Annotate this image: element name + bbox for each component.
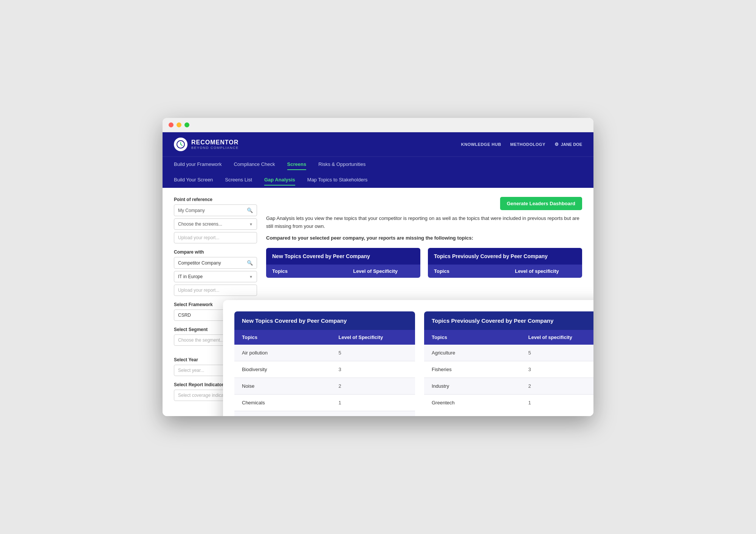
- overlay-table-2-body: Agriculture5Fisheries3Industry2Greentech…: [424, 345, 593, 411]
- overlay-t2-row: Fisheries3: [424, 361, 593, 378]
- overlay-t1-specificity: 3: [339, 367, 408, 372]
- overlay-table-2: Topics Previously Covered by Peer Compan…: [424, 311, 593, 416]
- nav-risks-opportunities[interactable]: Risks & Opportunities: [318, 159, 366, 170]
- overlay-t2-topic: Industry: [432, 383, 528, 389]
- competitor-company-value: Competitor Company: [178, 260, 221, 266]
- upload-report-wrap[interactable]: Upload your report...: [174, 232, 257, 243]
- logo-sub: BEYOND COMPLIANCE: [191, 146, 239, 150]
- bg-table-1-col-headers: Topics Level of Specificity: [266, 265, 420, 278]
- logo-text: RECOMENTOR: [191, 139, 239, 145]
- overlay-table-2-col-headers: Topics Level of specificity: [424, 330, 593, 345]
- description-2: Compared to your selected peer company, …: [266, 234, 582, 242]
- overlay-t1-topic: Air pollution: [242, 350, 339, 356]
- overlay-t1-specificity: 5: [339, 350, 408, 356]
- compare-with-section: Compare with Competitor Company 🔍 IT in …: [174, 249, 257, 296]
- my-company-input-wrap[interactable]: My Company 🔍: [174, 204, 257, 216]
- chevron-down-icon-2: ▼: [249, 275, 253, 279]
- nav-screens[interactable]: Screens: [287, 159, 307, 170]
- browser-titlebar: [163, 118, 593, 132]
- header-nav-right: KNOWLEDGE HUB METHODOLOGY ⚙ JANE DOE: [461, 142, 582, 147]
- overlay-card: New Topics Covered by Peer Company Topic…: [223, 300, 593, 416]
- nav-screens-list[interactable]: Screens List: [225, 175, 252, 186]
- choose-screens-wrap[interactable]: Choose the screens... ▼: [174, 218, 257, 230]
- nav-bar: Build your Framework Compliance Check Sc…: [163, 156, 593, 188]
- overlay-table-1-header: New Topics Covered by Peer Company: [234, 311, 415, 330]
- overlay-t2-topic: Agriculture: [432, 350, 528, 356]
- close-dot[interactable]: [169, 122, 174, 127]
- browser-window: RECOMENTOR BEYOND COMPLIANCE KNOWLEDGE H…: [163, 118, 593, 416]
- bg-table-1-col-specificity: Level of Specificity: [345, 268, 414, 274]
- nav-map-topics[interactable]: Map Topics to Stakeholders: [307, 175, 367, 186]
- overlay-table-2-header: Topics Previously Covered by Peer Compan…: [424, 311, 593, 330]
- generate-dashboard-button[interactable]: Generate Leaders Dashboard: [500, 197, 582, 210]
- overlay-table-1-body: Air pollution5Biodiversity3Noise2Chemica…: [234, 345, 415, 416]
- nav-gap-analysis[interactable]: Gap Analysis: [264, 175, 295, 186]
- bg-table-1-col-topics: Topics: [272, 268, 345, 274]
- overlay-t1-row: Noise2: [234, 378, 415, 395]
- overlay-t1-row: Chemicals1: [234, 395, 415, 411]
- overlay-t2-row: Greentech1: [424, 395, 593, 411]
- compare-with-label: Compare with: [174, 249, 257, 255]
- methodology-link[interactable]: METHODOLOGY: [510, 142, 545, 147]
- competitor-company-wrap[interactable]: Competitor Company 🔍: [174, 257, 257, 269]
- description-2-text: Compared to your selected peer company, …: [266, 235, 473, 241]
- overlay-t1-topic: Chemicals: [242, 400, 339, 406]
- maximize-dot[interactable]: [184, 122, 189, 127]
- bg-table-2-col-specificity: Level of specificity: [507, 268, 576, 274]
- overlay-t2-specificity: 1: [528, 400, 594, 406]
- it-in-europe-wrap[interactable]: IT in Europe ▼: [174, 271, 257, 282]
- bg-table-1: New Topics Covered by Peer Company Topic…: [266, 248, 420, 278]
- overlay-t1-specificity: 2: [339, 383, 408, 389]
- gear-icon: ⚙: [555, 142, 559, 147]
- nav-compliance-check[interactable]: Compliance Check: [234, 159, 275, 170]
- overlay-t2-specificity: 5: [528, 350, 594, 356]
- overlay-t1-col-specificity: Level of Specificity: [339, 334, 408, 340]
- minimize-dot[interactable]: [177, 122, 181, 127]
- overlay-t2-specificity: 3: [528, 367, 594, 372]
- bg-table-1-header: New Topics Covered by Peer Company: [266, 248, 420, 265]
- point-of-reference-section: Point of reference My Company 🔍 Choose t…: [174, 197, 257, 243]
- bg-table-2-col-topics: Topics: [434, 268, 507, 274]
- overlay-t1-topic: Biodiversity: [242, 367, 339, 372]
- background-tables: New Topics Covered by Peer Company Topic…: [266, 248, 582, 278]
- csrd-value: CSRD: [178, 313, 191, 318]
- nav-build-framework[interactable]: Build your Framework: [174, 159, 222, 170]
- upload-report-2-wrap[interactable]: Upload your report...: [174, 285, 257, 296]
- overlay-t1-row: Biodiversity3: [234, 361, 415, 378]
- select-year-placeholder: Select year...: [178, 368, 204, 373]
- knowledge-hub-link[interactable]: KNOWLEDGE HUB: [461, 142, 501, 147]
- nav-build-screen[interactable]: Build Your Screen: [174, 175, 213, 186]
- bg-table-2-header: Topics Previously Covered by Peer Compan…: [428, 248, 582, 265]
- main-area: Generate Leaders Dashboard Gap Analysis …: [266, 197, 582, 407]
- description-1: Gap Analysis lets you view the new topic…: [266, 215, 582, 231]
- main-content: Point of reference My Company 🔍 Choose t…: [163, 188, 593, 416]
- header-user: ⚙ JANE DOE: [555, 142, 582, 147]
- overlay-t1-row: Air pollution5: [234, 345, 415, 361]
- app-header: RECOMENTOR BEYOND COMPLIANCE KNOWLEDGE H…: [163, 132, 593, 156]
- upload-report-value: Upload your report...: [178, 235, 219, 240]
- search-icon-2: 🔍: [247, 260, 253, 266]
- overlay-t1-specificity: 1: [339, 400, 408, 406]
- overlay-t2-col-topics: Topics: [432, 334, 528, 340]
- overlay-t2-row: Agriculture5: [424, 345, 593, 361]
- overlay-tables-row: New Topics Covered by Peer Company Topic…: [234, 311, 593, 416]
- overlay-table-1: New Topics Covered by Peer Company Topic…: [234, 311, 415, 416]
- logo-area: RECOMENTOR BEYOND COMPLIANCE: [174, 138, 239, 151]
- overlay-table-1-col-headers: Topics Level of Specificity: [234, 330, 415, 345]
- overlay-t2-topic: Fisheries: [432, 367, 528, 372]
- nav-row-2: Build Your Screen Screens List Gap Analy…: [174, 172, 582, 188]
- bg-table-2: Topics Previously Covered by Peer Compan…: [428, 248, 582, 278]
- it-in-europe-value: IT in Europe: [178, 274, 203, 279]
- nav-row-1: Build your Framework Compliance Check Sc…: [174, 157, 582, 172]
- overlay-t2-row: Industry2: [424, 378, 593, 395]
- choose-segment-value: Choose the segment...: [178, 337, 224, 343]
- overlay-t1-topic: Noise: [242, 383, 339, 389]
- choose-screens-value: Choose the screens...: [178, 221, 222, 227]
- overlay-t2-topic: Greentech: [432, 400, 528, 406]
- chevron-down-icon: ▼: [249, 222, 253, 226]
- search-icon: 🔍: [247, 207, 253, 213]
- overlay-t1-row: Soil2: [234, 411, 415, 416]
- user-name: JANE DOE: [561, 142, 582, 147]
- bg-table-2-col-headers: Topics Level of specificity: [428, 265, 582, 278]
- overlay-t2-col-specificity: Level of specificity: [528, 334, 594, 340]
